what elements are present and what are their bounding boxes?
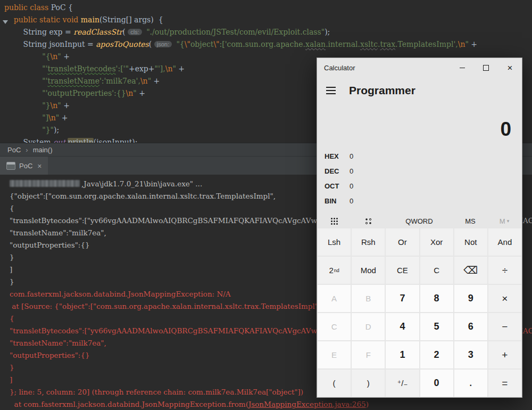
console-icon [6,162,15,170]
key-hex-f: F [352,341,385,368]
run-tab-label: PoC [19,162,32,170]
key-hex-c: C [318,313,351,340]
maximize-button[interactable] [474,58,498,78]
key-hex-b: B [352,285,385,312]
calculator-header: Programmer [317,78,522,103]
key-plus-minus[interactable]: ⁺/₋ [386,370,419,397]
key-nine[interactable]: 9 [454,285,487,312]
key-rsh[interactable]: Rsh [352,228,385,256]
run-tab-poc[interactable]: PoC × [0,157,48,175]
key-seven[interactable]: 7 [386,285,419,312]
param-hint: cls: [128,29,142,35]
code-line: public static void main(String[] args) { [0,14,532,26]
key-open-paren[interactable]: ( [318,370,351,397]
radix-value: 0 [350,152,353,160]
breadcrumb-method[interactable]: main() [33,146,53,154]
key-eight[interactable]: 8 [420,285,453,312]
maximize-icon [483,65,489,71]
calculator-titlebar[interactable]: Calculator × [317,58,522,78]
key-second[interactable]: 2nd [318,257,351,284]
bit-keypad-icon [364,217,372,225]
key-one[interactable]: 1 [386,341,419,368]
code-line: String exp = readClassStr( cls: "./out/p… [0,26,532,38]
radix-value: 0 [350,197,353,205]
key-add[interactable]: + [488,341,521,368]
key-six[interactable]: 6 [454,313,487,340]
key-three[interactable]: 3 [454,341,487,368]
calculator-title: Calculator [324,64,355,72]
key-not[interactable]: Not [454,228,487,256]
console-line: at com.fasterxml.jackson.databind.JsonMa… [0,398,532,410]
key-ce[interactable]: CE [386,257,419,284]
memory-menu-label: M [500,217,505,225]
window-controls: × [450,58,522,78]
calculator-keypad: LshRshOrXorNotAnd2ndModCEC⌫÷AB789×CD456−… [318,228,521,397]
minimize-icon [460,68,465,68]
code-line: String jsonInput = aposToQuotes( json: "… [0,38,532,51]
radix-value: 0 [350,167,353,175]
radix-row-oct[interactable]: OCT0 [317,178,522,193]
key-five[interactable]: 5 [420,313,453,340]
key-equals[interactable]: = [488,370,521,397]
key-four[interactable]: 4 [386,313,419,340]
key-mod[interactable]: Mod [352,257,385,284]
chevron-down-icon: ▾ [507,218,510,224]
radix-row-dec[interactable]: DEC0 [317,163,522,178]
radix-value: 0 [350,182,353,190]
memory-store-label: MS [465,217,476,225]
param-hint: json: [154,41,172,47]
close-icon: × [508,63,513,72]
calculator-mode-title: Programmer [349,84,415,97]
censored-text [10,180,80,187]
key-multiply[interactable]: × [488,285,521,312]
stacktrace-link[interactable]: JsonMappingException.java:265 [248,400,366,408]
key-divide[interactable]: ÷ [488,257,521,284]
radix-label: DEC [325,167,350,175]
radix-row-bin[interactable]: BIN0 [317,193,522,208]
radix-panel: HEX0DEC0OCT0BIN0 [317,149,522,208]
radix-row-hex[interactable]: HEX0 [317,149,522,163]
close-tab-icon[interactable]: × [37,162,41,170]
code-line: public class PoC { [0,2,532,14]
menu-icon[interactable] [325,85,337,96]
key-lsh[interactable]: Lsh [318,228,351,256]
calculator-window: Calculator × Programmer 0 HEX0DEC0OCT0BI… [317,58,522,398]
key-backspace[interactable]: ⌫ [454,257,487,284]
key-close-paren[interactable]: ) [352,370,385,397]
calculator-display: 0 [317,103,522,145]
key-decimal[interactable]: . [454,370,487,397]
radix-label: OCT [325,182,350,190]
close-button[interactable]: × [498,58,522,78]
radix-label: HEX [325,152,350,160]
radix-label: BIN [325,197,350,205]
full-keypad-icon [330,217,339,226]
breadcrumb-class[interactable]: PoC [7,146,21,154]
key-hex-a: A [318,285,351,312]
key-and[interactable]: And [488,228,521,256]
key-clear[interactable]: C [420,257,453,284]
key-hex-e: E [318,341,351,368]
key-hex-d: D [352,313,385,340]
key-xor[interactable]: Xor [420,228,453,256]
key-subtract[interactable]: − [488,313,521,340]
breadcrumb-separator-icon: › [26,146,28,154]
key-or[interactable]: Or [386,228,419,256]
key-two[interactable]: 2 [420,341,453,368]
minimize-button[interactable] [450,58,474,78]
word-size-label: QWORD [405,217,433,225]
key-zero[interactable]: 0 [420,370,453,397]
